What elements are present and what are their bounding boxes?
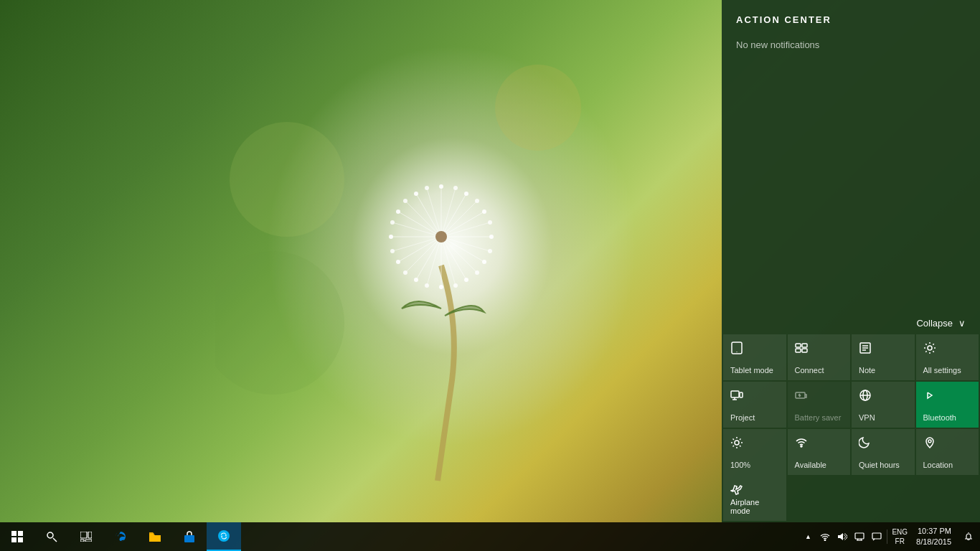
tablet-mode-icon <box>730 342 743 357</box>
system-tray: ▲ <box>799 522 980 551</box>
svg-rect-88 <box>18 537 23 542</box>
svg-line-90 <box>53 538 57 542</box>
empty-tile-3 <box>916 475 979 521</box>
action-center-button[interactable] <box>957 522 980 551</box>
quick-actions-grid: Tablet mode Connect Note All settings <box>722 334 980 475</box>
skype-button[interactable] <box>207 522 241 551</box>
svg-point-97 <box>825 540 826 541</box>
svg-rect-57 <box>802 349 807 352</box>
search-button[interactable] <box>34 522 69 551</box>
vpn-tile[interactable]: VPN <box>852 382 915 428</box>
quiet-hours-tile[interactable]: Quiet hours <box>852 429 915 475</box>
battery-saver-label: Battery saver <box>795 413 842 422</box>
all-settings-tile[interactable]: All settings <box>916 334 979 380</box>
network-icon[interactable] <box>816 522 834 551</box>
clock-display[interactable]: 10:37 PM 8/18/2015 <box>910 522 957 551</box>
store-button[interactable] <box>172 522 207 551</box>
svg-point-84 <box>928 440 931 443</box>
empty-tile-2 <box>852 475 915 521</box>
svg-rect-63 <box>731 391 739 397</box>
wifi-label: Available <box>795 461 826 469</box>
bottom-tiles-row: Airplane mode <box>722 475 980 522</box>
svg-point-36 <box>389 235 393 239</box>
battery-saver-icon <box>795 389 808 405</box>
svg-point-74 <box>735 441 739 445</box>
svg-line-82 <box>733 446 735 447</box>
wallpaper-image <box>215 36 646 502</box>
brightness-tile[interactable]: 100% <box>723 429 786 475</box>
project-label: Project <box>730 413 755 422</box>
bluetooth-tile[interactable]: Bluetooth <box>916 382 979 428</box>
language-indicator[interactable]: ENG FR <box>889 527 910 546</box>
tablet-mode-label: Tablet mode <box>730 366 773 375</box>
language-secondary: FR <box>895 537 905 546</box>
airplane-mode-tile[interactable]: Airplane mode <box>723 475 786 521</box>
svg-point-32 <box>464 278 468 282</box>
svg-point-48 <box>390 220 395 225</box>
svg-point-35 <box>396 260 400 264</box>
svg-line-79 <box>733 439 735 441</box>
chevron-down-icon: ∨ <box>958 318 966 329</box>
svg-point-50 <box>425 186 429 190</box>
language-primary: ENG <box>892 527 908 537</box>
svg-point-44 <box>453 283 458 288</box>
svg-point-46 <box>403 270 407 275</box>
location-icon <box>923 436 936 452</box>
svg-point-89 <box>47 532 53 538</box>
svg-rect-95 <box>184 535 194 542</box>
task-view-button[interactable] <box>69 522 103 551</box>
svg-point-43 <box>475 270 479 275</box>
tablet-mode-tile[interactable]: Tablet mode <box>723 334 786 380</box>
svg-point-38 <box>414 192 418 196</box>
airplane-mode-label: Airplane mode <box>730 498 779 515</box>
svg-rect-85 <box>11 531 17 536</box>
store-icon <box>184 531 195 542</box>
tray-overflow-button[interactable]: ▲ <box>799 522 816 551</box>
action-center-panel: ACTION CENTER No new notifications Colla… <box>722 0 980 522</box>
taskbar: ▲ <box>0 522 980 551</box>
task-view-icon <box>80 532 92 542</box>
svg-point-42 <box>488 249 492 253</box>
svg-point-83 <box>801 446 802 447</box>
svg-rect-91 <box>80 532 87 538</box>
svg-line-81 <box>740 439 741 441</box>
svg-point-1 <box>495 65 581 151</box>
network-status-icon <box>820 532 830 541</box>
wifi-tile[interactable]: Available <box>788 429 851 475</box>
svg-rect-98 <box>855 533 864 539</box>
svg-point-30 <box>489 235 494 239</box>
edge-icon[interactable] <box>103 522 138 551</box>
windows-logo-icon <box>11 531 23 542</box>
svg-point-29 <box>482 209 486 214</box>
connect-tile[interactable]: Connect <box>788 334 851 380</box>
svg-point-40 <box>475 199 479 203</box>
bluetooth-label: Bluetooth <box>923 413 956 422</box>
svg-point-45 <box>425 283 429 288</box>
project-tile[interactable]: Project <box>723 382 786 428</box>
svg-line-80 <box>740 446 741 447</box>
collapse-button[interactable]: Collapse ∨ <box>722 312 980 334</box>
svg-point-41 <box>488 220 492 225</box>
note-label: Note <box>859 366 875 375</box>
svg-point-34 <box>414 278 418 282</box>
display-icon[interactable] <box>851 522 868 551</box>
svg-point-37 <box>396 209 400 214</box>
location-tile[interactable]: Location <box>916 429 979 475</box>
battery-saver-tile[interactable]: Battery saver <box>788 382 851 428</box>
svg-point-27 <box>439 184 443 189</box>
note-tile[interactable]: Note <box>852 334 915 380</box>
svg-rect-93 <box>80 540 84 542</box>
start-button[interactable] <box>0 522 34 551</box>
volume-button[interactable] <box>834 522 851 551</box>
svg-point-39 <box>453 186 458 190</box>
svg-point-31 <box>482 260 486 264</box>
svg-rect-52 <box>732 342 742 354</box>
vpn-icon <box>859 389 872 405</box>
svg-rect-54 <box>796 344 801 347</box>
svg-point-96 <box>218 530 230 542</box>
wifi-icon <box>795 436 808 452</box>
svg-point-0 <box>230 122 344 237</box>
file-explorer-button[interactable] <box>138 522 172 551</box>
notification-icon[interactable] <box>868 522 885 551</box>
tray-separator <box>887 529 887 544</box>
